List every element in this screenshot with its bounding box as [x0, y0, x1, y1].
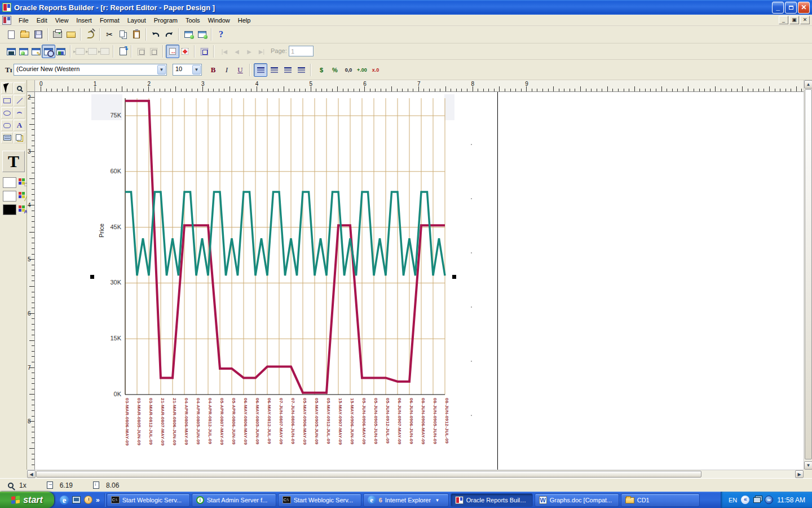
field-tool[interactable] [1, 132, 13, 143]
redo-icon[interactable] [162, 28, 176, 41]
network-icon[interactable] [753, 497, 761, 503]
line-color-swatch[interactable] [3, 191, 16, 202]
taskbar-task-cd1[interactable]: CD1 [621, 493, 700, 507]
flex-mode-icon[interactable] [166, 45, 179, 58]
scroll-right-icon[interactable]: ▶ [795, 470, 804, 478]
menu-view[interactable]: View [51, 16, 73, 25]
font-name-combo[interactable]: (Courier New (Western▼ [14, 64, 167, 76]
rounded-rectangle-tool[interactable] [1, 120, 13, 131]
start-button[interactable]: start [0, 492, 54, 508]
scroll-up-icon[interactable]: ▲ [804, 80, 812, 89]
quick-launch-overflow-icon[interactable]: » [96, 496, 100, 504]
percent-format-icon[interactable]: % [328, 63, 342, 77]
restore-button[interactable] [785, 2, 797, 14]
insert-report-block-icon[interactable] [73, 45, 87, 58]
next-page-icon[interactable]: ▶ [242, 45, 256, 58]
new-icon[interactable] [5, 28, 18, 41]
horizontal-scrollbar[interactable]: ◀ ▶ [27, 470, 804, 478]
confine-mode-icon[interactable] [178, 45, 192, 58]
price-chart[interactable] [91, 95, 458, 467]
link-file-tool[interactable] [14, 132, 25, 143]
run-paper-layout-icon[interactable] [195, 28, 209, 41]
chevron-down-icon[interactable]: ▾ [436, 497, 439, 503]
run-web-layout-icon[interactable] [182, 28, 195, 41]
document-icon[interactable] [2, 16, 11, 25]
page-number-input[interactable] [289, 46, 314, 56]
mdi-minimize-button[interactable]: _ [779, 16, 788, 24]
frame-icon[interactable] [134, 45, 148, 58]
parameter-form-icon[interactable] [54, 45, 68, 58]
connect-icon[interactable] [83, 28, 97, 41]
text-color-swatch[interactable] [3, 204, 16, 215]
currency-format-icon[interactable]: $ [315, 63, 328, 77]
menu-layout[interactable]: Layout [123, 16, 150, 25]
taskbar-task-start-weblogic-serv[interactable]: C:\Start Weblogic Serv... [107, 493, 190, 507]
copy-icon[interactable] [116, 28, 130, 41]
menu-help[interactable]: Help [234, 16, 255, 25]
font-face-button[interactable]: T [2, 151, 25, 172]
weblogic-tray-icon[interactable]: w [765, 496, 773, 504]
language-indicator[interactable]: EN [729, 497, 737, 503]
mdi-restore-button[interactable]: ▣ [789, 16, 799, 24]
selection-handle-left[interactable] [90, 275, 94, 279]
menu-file[interactable]: File [15, 16, 33, 25]
underline-button[interactable]: U [233, 63, 247, 77]
fill-color-icon[interactable] [19, 178, 25, 185]
paper-layout-icon[interactable] [29, 45, 43, 58]
mail-icon[interactable] [64, 28, 78, 41]
paper-design-canvas[interactable]: 0K15K30K45K60K75K03-MAR-0806-MAY-0903-MA… [35, 92, 804, 470]
undo-icon[interactable] [149, 28, 162, 41]
add-decimal-icon[interactable]: +.00 [355, 63, 369, 77]
fill-color-swatch[interactable] [3, 177, 16, 188]
menu-format[interactable]: Format [96, 16, 123, 25]
comma-format-icon[interactable]: 0,0 [342, 63, 355, 77]
mdi-close-button[interactable]: ✕ [800, 16, 810, 24]
menu-window[interactable]: Window [204, 16, 234, 25]
minimize-button[interactable]: _ [772, 2, 784, 14]
bold-button[interactable]: B [206, 63, 220, 77]
selection-handle-right[interactable] [452, 275, 456, 279]
menu-program[interactable]: Program [150, 16, 182, 25]
rectangle-tool[interactable] [1, 95, 13, 106]
taskbar-task-graphs-doc-compat[interactable]: WGraphs.doc [Compat... [535, 493, 619, 507]
taskbar-task-start-weblogic-serv[interactable]: C:\Start Weblogic Serv... [278, 493, 361, 507]
print-icon[interactable] [51, 28, 64, 41]
open-icon[interactable] [18, 28, 32, 41]
scroll-down-icon[interactable]: ▼ [804, 461, 812, 470]
taskbar-task-start-admin-server-f[interactable]: iStart Admin Server f... [192, 493, 276, 507]
show-desktop-icon[interactable] [72, 496, 81, 503]
italic-button[interactable]: I [220, 63, 233, 77]
text-tool[interactable]: A [14, 120, 25, 131]
line-color-icon[interactable] [19, 192, 25, 199]
taskbar-task-internet-explorer[interactable]: e6Internet Explorer▾ [363, 493, 449, 507]
scroll-left-icon[interactable]: ◀ [27, 470, 36, 478]
paste-icon[interactable] [130, 28, 143, 41]
first-page-icon[interactable]: |◀ [218, 45, 231, 58]
font-size-combo[interactable]: 10▼ [173, 64, 202, 76]
vertical-scrollbar[interactable]: ▲ ▼ [804, 80, 812, 470]
select-parent-frame-icon[interactable] [197, 45, 211, 58]
previous-page-icon[interactable]: ◀ [230, 45, 244, 58]
web-source-icon[interactable] [17, 45, 30, 58]
repeating-frame-icon[interactable] [147, 45, 160, 58]
edit-margin-icon[interactable] [116, 45, 130, 58]
align-left-icon[interactable] [254, 63, 267, 77]
save-icon[interactable] [32, 28, 45, 41]
align-right-icon[interactable] [281, 63, 294, 77]
last-page-icon[interactable]: ▶| [255, 45, 268, 58]
arc-tool[interactable] [14, 107, 25, 119]
taskbar-task-oracle-reports-build[interactable]: Oracle Reports Build... [451, 493, 533, 507]
paper-design-icon[interactable] [42, 45, 55, 58]
line-tool[interactable] [14, 95, 25, 106]
data-model-icon[interactable] [5, 45, 18, 58]
cut-icon[interactable]: ✂ [103, 28, 116, 41]
remove-decimal-icon[interactable]: x.0 [369, 63, 382, 77]
internet-explorer-icon[interactable]: e [60, 496, 69, 505]
insert-graph-icon[interactable] [86, 45, 99, 58]
close-button[interactable]: ✕ [798, 2, 810, 14]
help-icon[interactable]: ? [214, 28, 228, 41]
text-color-icon[interactable] [19, 205, 25, 212]
insert-field-icon[interactable] [98, 45, 112, 58]
align-justify-icon[interactable] [294, 63, 308, 77]
chevron-down-icon[interactable]: ▼ [157, 65, 166, 75]
